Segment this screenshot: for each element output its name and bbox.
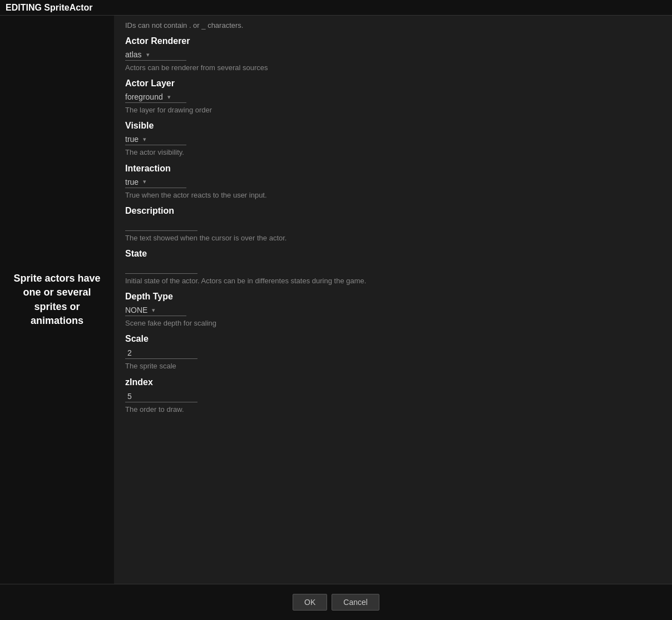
desc-scale: The sprite scale	[125, 361, 661, 371]
desc-actor-renderer: Actors can be renderer from several sour…	[125, 63, 661, 73]
title-bar: EDITING SpriteActor	[0, 0, 672, 16]
ok-button[interactable]: OK	[293, 594, 327, 611]
label-description: Description	[125, 206, 661, 216]
label-state: State	[125, 249, 661, 259]
dropdown-arrow-visible: ▾	[143, 136, 146, 143]
label-zindex: zIndex	[125, 377, 661, 387]
desc-actor-layer: The layer for drawing order	[125, 105, 661, 115]
desc-depth-type: Scene fake depth for scaling	[125, 318, 661, 328]
field-description: Description The text showed when the cur…	[125, 206, 661, 243]
cancel-button[interactable]: Cancel	[332, 594, 379, 611]
field-interaction: Interaction true ▾ True when the actor r…	[125, 164, 661, 200]
field-zindex: zIndex The order to draw.	[125, 377, 661, 415]
field-actor-renderer: Actor Renderer atlas ▾ Actors can be ren…	[125, 36, 661, 73]
field-depth-type: Depth Type NONE ▾ Scene fake depth for s…	[125, 292, 661, 328]
button-bar: OK Cancel	[0, 584, 672, 620]
field-scale: Scale The sprite scale	[125, 334, 661, 371]
desc-zindex: The order to draw.	[125, 405, 661, 415]
input-scale[interactable]	[125, 347, 197, 359]
sidebar: Sprite actors have one or several sprite…	[0, 16, 114, 584]
select-depth-type[interactable]: NONE ▾	[125, 306, 186, 316]
desc-visible: The actor visibility.	[125, 147, 661, 158]
window-title: EDITING SpriteActor	[6, 3, 92, 13]
label-scale: Scale	[125, 334, 661, 344]
select-interaction[interactable]: true ▾	[125, 178, 186, 188]
field-state: State Initial state of the actor. Actors…	[125, 249, 661, 286]
label-actor-layer: Actor Layer	[125, 78, 661, 88]
main-content: IDs can not contain . or _ characters. A…	[114, 16, 672, 584]
input-state[interactable]	[125, 262, 197, 274]
top-note: IDs can not contain . or _ characters.	[125, 21, 661, 29]
dropdown-arrow-depth-type: ▾	[152, 307, 155, 314]
select-visible[interactable]: true ▾	[125, 135, 186, 145]
label-depth-type: Depth Type	[125, 292, 661, 302]
sidebar-description: Sprite actors have one or several sprite…	[11, 272, 103, 328]
dropdown-arrow-actor-layer: ▾	[167, 94, 171, 101]
desc-description: The text showed when the cursor is over …	[125, 233, 661, 243]
field-visible: Visible true ▾ The actor visibility.	[125, 121, 661, 158]
input-zindex[interactable]	[125, 391, 197, 402]
select-actor-renderer[interactable]: atlas ▾	[125, 50, 186, 61]
dropdown-arrow-actor-renderer: ▾	[146, 51, 150, 58]
select-actor-layer[interactable]: foreground ▾	[125, 92, 186, 103]
desc-interaction: True when the actor reacts to the user i…	[125, 190, 661, 200]
label-visible: Visible	[125, 121, 661, 131]
input-description[interactable]	[125, 219, 197, 231]
desc-state: Initial state of the actor. Actors can b…	[125, 276, 661, 286]
field-actor-layer: Actor Layer foreground ▾ The layer for d…	[125, 78, 661, 115]
dropdown-arrow-interaction: ▾	[143, 178, 146, 185]
label-actor-renderer: Actor Renderer	[125, 36, 661, 46]
label-interaction: Interaction	[125, 164, 661, 174]
